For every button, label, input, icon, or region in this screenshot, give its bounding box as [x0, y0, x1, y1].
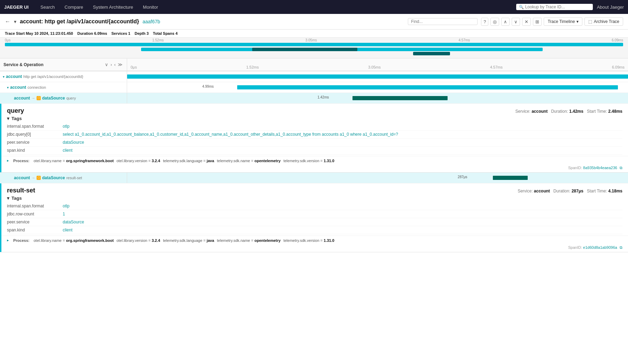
target-button[interactable]: ◎ [490, 18, 499, 26]
span-right-3: 1.42ms [127, 93, 628, 103]
back-button[interactable]: ← [5, 18, 10, 25]
trace-toolbar: ? ◎ ∧ ∨ ✕ ⊞ Trace Timeline ▾ ⬚ Archive T… [481, 17, 623, 26]
trace-id-input[interactable] [525, 5, 590, 9]
archive-label: Archive Trace [594, 19, 619, 24]
timeline-ruler: 0μs 1.52ms 3.05ms 4.57ms 6.09ms [0, 38, 628, 43]
span-bar-4 [493, 176, 528, 180]
depth-value: 3 [147, 31, 149, 35]
span-right-2: 4.99ms [127, 82, 628, 93]
copy-icon-3[interactable]: ⧉ [620, 166, 622, 170]
span-label-duration-4: 287μs [458, 175, 467, 179]
trace-title: account: http get /api/v1/account/{accou… [20, 18, 139, 25]
timeline-overview: 0μs 1.52ms 3.05ms 4.57ms 6.09ms [0, 38, 628, 58]
tag-val-3-2: dataSource [63, 140, 622, 145]
tags-label-4: Tags [11, 196, 22, 201]
tag-val-4-0: otlp [63, 204, 622, 208]
span-toggle-1[interactable]: ▾ [3, 75, 5, 79]
archive-trace-button[interactable]: ⬚ Archive Trace [584, 17, 623, 26]
spanid-row-3: SpanID: 8a935b4b4eaea236 ⧉ [1, 165, 628, 172]
span-row-4-wrapper: account → ⬡ dataSource result-set 287μs … [0, 173, 628, 252]
so-header: Service & Operation ∨ › ‹ ≫ [0, 58, 127, 71]
expand-children-btn[interactable]: › [110, 62, 113, 67]
trace-id-search-box[interactable]: 🔍 [516, 4, 593, 10]
close-button[interactable]: ✕ [522, 18, 531, 26]
tag-key-3-0: internal.span.format [7, 124, 63, 129]
expand-icon[interactable]: ▾ [14, 19, 16, 24]
nav-item-system-architecture[interactable]: System Architecture [88, 0, 138, 14]
overview-bar-3 [252, 48, 357, 51]
archive-icon: ⬚ [588, 19, 592, 24]
process-kv-3-1: otel.library.version = 3.2.4 [116, 159, 160, 163]
nav-brand: JAEGER UI [4, 5, 33, 10]
tag-row-3-3: span.kind client [7, 147, 622, 155]
services-value: 1 [128, 31, 130, 35]
span-toggle-2[interactable]: ▾ [7, 86, 9, 89]
spanid-link-3[interactable]: 8a935b4b4eaea236 [583, 166, 617, 170]
span-left-3[interactable]: account → ⬡ dataSource query [0, 93, 127, 103]
process-expand-4[interactable]: ▸ [7, 238, 9, 243]
nav-item-compare[interactable]: Compare [60, 0, 88, 14]
so-header-icons: ∨ › ‹ ≫ [104, 62, 123, 67]
span-bar-2 [237, 85, 618, 89]
tag-val-4-2: dataSource [63, 220, 622, 224]
up-button[interactable]: ∧ [501, 18, 510, 26]
help-button[interactable]: ? [481, 18, 488, 26]
detail-header-3: query Service: account Duration: 1.42ms … [1, 104, 628, 116]
detail-service-3: account [532, 109, 548, 114]
span-datasource-4: dataSource [42, 175, 65, 180]
trace-timeline-button[interactable]: Trace Timeline ▾ [544, 17, 582, 26]
main-scroll-area[interactable]: Service & Operation ∨ › ‹ ≫ 0μs 1.52ms 3… [0, 58, 628, 344]
detail-starttime-3: 2.48ms [608, 109, 622, 114]
span-op-4: result-set [66, 176, 82, 180]
detail-title-3: query [7, 107, 515, 114]
tags-toggle-3[interactable]: ▾ Tags [7, 116, 622, 121]
tag-val-3-0: otlp [63, 124, 622, 129]
find-input[interactable] [411, 19, 474, 24]
span-label-duration-2: 4.99ms [202, 85, 214, 88]
span-left-4[interactable]: account → ⬡ dataSource result-set [0, 173, 127, 183]
detail-panel-4: result-set Service: account Duration: 28… [0, 183, 628, 252]
span-service-1: account [6, 74, 22, 79]
process-kv-4-4: telemetry.sdk.version = 1.31.0 [284, 238, 334, 243]
process-expand-3[interactable]: ▸ [7, 158, 9, 163]
span-op-3: query [66, 96, 76, 100]
tag-key-3-2: peer.service [7, 140, 63, 145]
process-kv-3-4: telemetry.sdk.version = 1.31.0 [284, 159, 334, 163]
span-label-duration-3: 1.42ms [317, 95, 329, 99]
detail-panel-3: query Service: account Duration: 1.42ms … [0, 104, 628, 172]
span-row-4: account → ⬡ dataSource result-set 287μs [0, 173, 628, 183]
so-header-label: Service & Operation [3, 62, 44, 67]
spanid-row-4: SpanID: e1d60d8a1ab9096a ⧉ [1, 245, 628, 252]
span-label-1: ▾ account http get /api/v1/account/{acco… [3, 74, 83, 79]
span-label-3: account → ⬡ dataSource query [14, 96, 76, 101]
span-left-2: ▾ account connection [0, 82, 127, 93]
down-button[interactable]: ∨ [512, 18, 520, 26]
tag-key-4-0: internal.span.format [7, 204, 63, 208]
nav-item-monitor[interactable]: Monitor [138, 0, 163, 14]
detail-tags-section-4: ▾ Tags internal.span.format otlp jdbc.ro… [1, 196, 628, 236]
process-kv-4-0: otel.library.name = org.springframework.… [33, 238, 114, 243]
span-right-1 [127, 71, 628, 82]
expand-all-btn[interactable]: ≫ [117, 62, 123, 67]
spanid-link-4[interactable]: e1d60d8a1ab9096a [583, 245, 617, 250]
arrow-icon-3: → [31, 96, 35, 100]
tag-row-3-0: internal.span.format otlp [7, 122, 622, 130]
process-kv-3-3: telemetry.sdk.name = opentelemetry [217, 159, 281, 163]
arrow-icon-4: → [31, 176, 35, 180]
copy-icon-4[interactable]: ⧉ [620, 245, 622, 250]
tag-key-3-3: span.kind [7, 148, 63, 153]
tag-val-3-1: select a1_0.account_id,a1_0.account_bala… [63, 132, 622, 137]
process-label-3: Process: [13, 159, 29, 163]
collapse-children-btn[interactable]: ‹ [114, 62, 116, 67]
collapse-all-btn[interactable]: ∨ [104, 62, 109, 67]
grid-button[interactable]: ⊞ [533, 18, 542, 26]
about-jaeger-menu[interactable]: About Jaeger [597, 5, 624, 10]
process-label-4: Process: [13, 238, 29, 243]
span-row-2: ▾ account connection 4.99ms [0, 82, 628, 93]
trace-start-label: Trace Start [5, 31, 26, 35]
find-box[interactable] [408, 18, 478, 25]
detail-meta-3: Service: account Duration: 1.42ms Start … [515, 109, 623, 114]
tags-toggle-4[interactable]: ▾ Tags [7, 196, 622, 201]
nav-item-search[interactable]: Search [36, 0, 60, 14]
span-op-2: connection [28, 85, 46, 89]
